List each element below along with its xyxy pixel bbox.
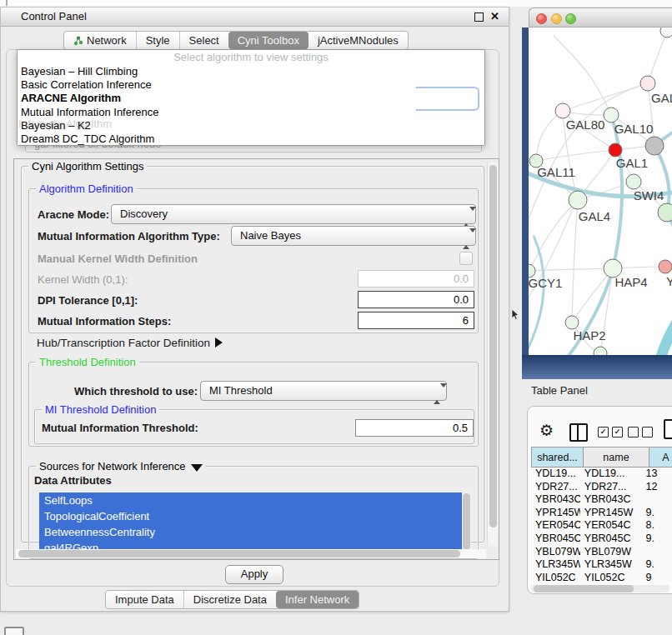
network-node-node-bottom-cut[interactable]: [594, 347, 607, 355]
table-row[interactable]: YBR045CYBR045C9.: [531, 532, 672, 546]
network-edge: [536, 150, 615, 161]
table-body: YDL19...YDL19...13YDR27...YDR27...12YBR0…: [531, 468, 672, 584]
network-node-node-gal-partial[interactable]: [640, 76, 655, 91]
tab-impute-data[interactable]: Impute Data: [106, 591, 183, 608]
network-node-GAL80[interactable]: [555, 103, 570, 118]
table-row[interactable]: YER054CYER054C8.: [531, 519, 672, 532]
manual-kernel-checkbox[interactable]: [459, 252, 473, 265]
manual-kernel-label: Manual Kernel Width Definition: [38, 252, 198, 265]
table-cell: YBR045C: [580, 532, 642, 546]
expanded-arrow-icon: [191, 464, 203, 472]
tab-discretize-data[interactable]: Discretize Data: [183, 591, 276, 608]
sources-group: Sources for Network Inference Data Attri…: [28, 466, 479, 559]
table-cell: 8.: [642, 519, 672, 532]
algorithm-option[interactable]: Dream8 DC_TDC Algorithm: [18, 132, 484, 146]
sources-title: Sources for Network Inference: [39, 460, 186, 472]
network-edge: [529, 236, 544, 355]
mi-type-value: Naive Bayes: [240, 229, 301, 242]
unchecked-pair-icon[interactable]: [628, 427, 653, 438]
sources-toggle[interactable]: Sources for Network Inference: [36, 460, 206, 472]
table-row[interactable]: YBR043CYBR043C: [531, 493, 672, 507]
mi-threshold-definition-title: MI Threshold Definition: [42, 403, 159, 416]
table-row[interactable]: YLR345WYLR345W9.: [531, 558, 672, 572]
split-columns-icon[interactable]: [569, 423, 588, 442]
tab-select[interactable]: Select: [179, 32, 228, 49]
mi-steps-field[interactable]: 6: [358, 312, 474, 329]
network-node-node-gray[interactable]: [645, 137, 664, 155]
table-cell: YPR145W: [580, 507, 642, 520]
column-header-A[interactable]: A: [649, 447, 672, 468]
table-row[interactable]: YBL079WYBL079W: [531, 546, 672, 559]
settings-vscrollbar-thumb[interactable]: [489, 165, 497, 528]
table-cell: YDR27...: [531, 481, 580, 494]
network-node-node-top-cut[interactable]: [660, 28, 672, 38]
network-node-SWI4[interactable]: [626, 174, 641, 189]
column-header-shared[interactable]: shared...: [531, 447, 584, 468]
table-hscrollbar-thumb[interactable]: [534, 585, 634, 592]
network-edge: [658, 315, 672, 355]
settings-hscrollbar-thumb[interactable]: [18, 550, 460, 558]
threshold-definition-group: Threshold Definition Which threshold to …: [28, 362, 479, 447]
mi-type-combo[interactable]: Naive Bayes: [231, 226, 476, 246]
minimize-light[interactable]: [551, 13, 562, 24]
algorithm-option[interactable]: Mutual Information Inference: [18, 106, 484, 119]
tab-infer-network[interactable]: Infer Network: [276, 591, 359, 608]
tab-label: Select: [189, 34, 219, 47]
algorithm-option[interactable]: Bayesian – Hill Climbing: [18, 65, 484, 78]
zoom-light[interactable]: [565, 13, 576, 24]
threshold-definition-title: Threshold Definition: [36, 356, 139, 368]
gear-icon[interactable]: ⚙: [539, 421, 554, 440]
hub-section-toggle[interactable]: Hub/Transcription Factor Definition: [37, 337, 223, 349]
which-threshold-combo[interactable]: MI Threshold: [200, 381, 447, 401]
table-row[interactable]: YDR27...YDR27...12: [531, 481, 672, 494]
network-window-border-bottom: [522, 355, 672, 379]
close-light[interactable]: [536, 13, 547, 24]
which-threshold-value: MI Threshold: [209, 384, 273, 397]
table-row[interactable]: YDL19...YDL19...13: [531, 468, 672, 481]
algorithm-option[interactable]: ARACNE Algorithm: [18, 92, 484, 105]
network-node-node-green-right[interactable]: [658, 203, 672, 222]
network-node-GAL1[interactable]: [609, 143, 622, 157]
algorithm-option[interactable]: Bayesian – K2: [18, 119, 484, 132]
attribute-item[interactable]: SelfLoops: [39, 492, 462, 508]
attribute-item[interactable]: TopologicalCoefficient: [39, 508, 462, 524]
table-row[interactable]: YPR145WYPR145W9.: [531, 507, 672, 520]
list-scrollbar-thumb[interactable]: [463, 493, 470, 550]
kernel-width-label: Kernel Width (0,1):: [38, 273, 128, 286]
close-icon[interactable]: ✕: [490, 10, 499, 22]
table-row[interactable]: YIL052CYIL052C9: [531, 572, 672, 584]
tab-style[interactable]: Style: [136, 32, 179, 49]
tab-label: Cyni Toolbox: [238, 34, 299, 47]
tab-network[interactable]: Network: [64, 32, 136, 49]
attribute-item[interactable]: BetweennessCentrality: [39, 524, 462, 540]
tab-label: Infer Network: [285, 593, 349, 606]
panel-restore-button[interactable]: [4, 627, 24, 635]
network-node-GAL4[interactable]: [569, 191, 587, 209]
network-window-titlebar[interactable]: [529, 8, 672, 28]
network-node-node-salmon[interactable]: [659, 260, 672, 273]
algorithm-dropdown-popup: Select algorithm to view settings Bayesi…: [17, 49, 485, 146]
float-window-icon[interactable]: [474, 12, 484, 22]
mouse-cursor: [511, 308, 519, 323]
network-window-border: [522, 28, 529, 379]
network-node-HAP2[interactable]: [565, 316, 579, 329]
document-icon[interactable]: [664, 419, 672, 439]
screen: Control Panel ✕ NetworkStyleSelectCyni T…: [0, 0, 672, 635]
column-header-name[interactable]: name: [584, 447, 649, 468]
mi-threshold-field[interactable]: 0.5: [355, 419, 474, 437]
algorithm-option[interactable]: Basic Correlation Inference: [18, 78, 484, 92]
dpi-tolerance-field[interactable]: 0.0: [358, 291, 474, 308]
network-view[interactable]: GALGAL80GAL10GAL1GAL11SWI4GAL4GCY1HAP4YH…: [529, 28, 672, 355]
aracne-mode-combo[interactable]: Discovery: [111, 204, 476, 224]
tab-jactivemnodules[interactable]: jActiveMNodules: [308, 32, 408, 49]
combo-stepper-icon: [434, 385, 441, 403]
kernel-width-field[interactable]: 0.0: [358, 270, 474, 288]
checked-pair-icon[interactable]: ✓✓: [598, 427, 623, 438]
mi-steps-label: Mutual Information Steps:: [38, 315, 171, 328]
network-node-GAL10[interactable]: [604, 108, 619, 122]
tab-cyni-toolbox[interactable]: Cyni Toolbox: [228, 32, 308, 49]
apply-button[interactable]: Apply: [225, 565, 283, 584]
combo-stepper-icon: [463, 230, 470, 248]
table-cell: YPR145W: [531, 507, 580, 520]
table-cell: [642, 493, 672, 507]
